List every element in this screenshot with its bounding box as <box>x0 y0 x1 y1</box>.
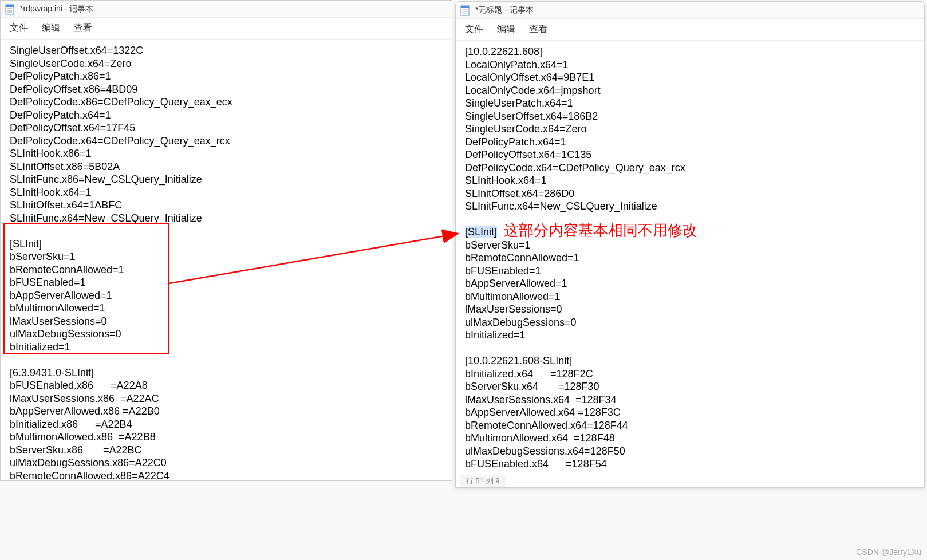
annotation-text: 这部分内容基本相同不用修改 <box>504 220 697 240</box>
menubar-right: 文件 编辑 查看 <box>456 19 924 41</box>
menu-file[interactable]: 文件 <box>10 22 28 34</box>
text-before: [10.0.22621.608] LocalOnlyPatch.x64=1 Lo… <box>465 46 685 212</box>
text-after: bServerSku=1 bRemoteConnAllowed=1 bFUSEn… <box>465 239 628 470</box>
menu-view[interactable]: 查看 <box>74 22 92 34</box>
window-title-right: *无标题 - 记事本 <box>475 5 534 15</box>
menubar-left: 文件 编辑 查看 <box>1 18 452 40</box>
selected-text: [SLInit] <box>465 226 497 238</box>
notepad-icon <box>460 5 470 16</box>
svg-rect-1 <box>6 5 14 7</box>
menu-view[interactable]: 查看 <box>529 23 547 36</box>
menu-file[interactable]: 文件 <box>465 23 483 36</box>
notepad-window-right: *无标题 - 记事本 文件 编辑 查看 [10.0.22621.608] Loc… <box>455 1 925 488</box>
titlebar-left[interactable]: *rdpwrap.ini - 记事本 <box>1 1 452 18</box>
titlebar-right[interactable]: *无标题 - 记事本 <box>456 2 924 19</box>
notepad-window-left: *rdpwrap.ini - 记事本 文件 编辑 查看 SingleUserOf… <box>0 0 452 481</box>
svg-rect-6 <box>461 6 469 8</box>
watermark: CSDN @JerryLXu <box>856 547 921 557</box>
menu-edit[interactable]: 编辑 <box>42 22 60 34</box>
status-bar-right: 行 51 列 9 <box>460 475 506 487</box>
notepad-icon <box>5 3 14 15</box>
window-title-left: *rdpwrap.ini - 记事本 <box>20 4 93 14</box>
menu-edit[interactable]: 编辑 <box>497 23 515 36</box>
editor-content-right[interactable]: [10.0.22621.608] LocalOnlyPatch.x64=1 Lo… <box>456 41 924 487</box>
editor-content-left[interactable]: SingleUserOffset.x64=1322C SingleUserCod… <box>1 40 452 480</box>
